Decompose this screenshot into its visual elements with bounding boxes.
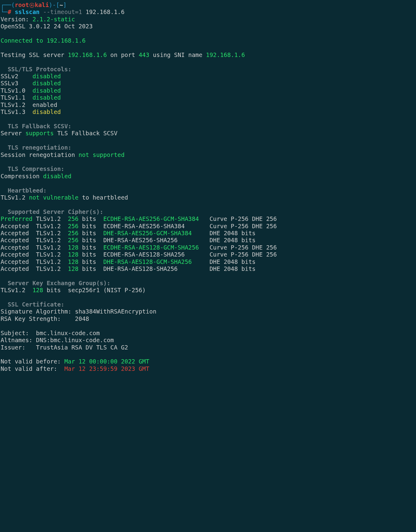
heartbleed-header: Heartbleed: — [1, 187, 47, 194]
compression-header: TLS Compression: — [1, 165, 64, 172]
version-label: Version: — [1, 16, 29, 23]
cert-sig-line: Signature Algorithm: sha384WithRSAEncryp… — [1, 308, 156, 315]
prompt-command-line[interactable]: └─# sslscan --timeout=1 192.168.1.6 — [1, 9, 124, 16]
cert-nva-line: Not valid after: Mar 12 23:59:59 2023 GM… — [1, 365, 149, 372]
prompt-user: root — [15, 2, 29, 9]
prompt-top-line: ┌──(root㉿kali)-[~] — [1, 2, 66, 9]
fallback-header: TLS Fallback SCSV: — [1, 123, 71, 130]
testing-line: Testing SSL server 192.168.1.6 on port 4… — [1, 51, 245, 59]
cert-issuer-line: Issuer: TrustAsia RSA DV TLS CA G2 — [1, 344, 128, 351]
prompt-dir: ~ — [59, 2, 63, 9]
protocols-header: SSL/TLS Protocols: — [1, 66, 71, 73]
cmd-target: 192.168.1.6 — [86, 9, 125, 16]
openssl-line: OpenSSL 3.0.12 24 Oct 2023 — [1, 23, 93, 30]
heartbleed-line: TLSv1.2 not vulnerable to heartbleed — [1, 194, 128, 201]
fallback-line: Server supports TLS Fallback SCSV — [1, 130, 117, 137]
connected-line: Connected to 192.168.1.6 — [1, 37, 86, 44]
prompt-host: kali — [35, 2, 49, 9]
ciphers-header: Supported Server Cipher(s): — [1, 208, 103, 215]
cert-subject-line: Subject: bmc.linux-code.com — [1, 330, 100, 337]
cert-nvb-line: Not valid before: Mar 12 00:00:00 2022 G… — [1, 358, 149, 365]
version-value: 2.1.2-static — [32, 16, 75, 23]
cert-header: SSL Certificate: — [1, 301, 64, 308]
cert-altnames-line: Altnames: DNS:bmc.linux-code.com — [1, 337, 114, 344]
cert-rsa-line: RSA Key Strength: 2048 — [1, 315, 89, 322]
terminal-output: ┌──(root㉿kali)-[~] └─# sslscan --timeout… — [0, 0, 416, 375]
prompt-at-symbol: ㉿ — [29, 2, 35, 9]
protocols-list: SSLv2 disabled SSLv3 disabled TLSv1.0 di… — [1, 73, 61, 115]
compression-line: Compression disabled — [1, 173, 71, 180]
ciphers-list: Preferred TLSv1.2 256 bits ECDHE-RSA-AES… — [1, 215, 277, 272]
kex-header: Server Key Exchange Group(s): — [1, 280, 110, 287]
reneg-header: TLS renegotiation: — [1, 144, 71, 151]
prompt-hash: # — [8, 9, 11, 16]
cmd-opt: --timeout=1 — [43, 9, 82, 16]
cmd-tool: sslscan — [15, 9, 39, 16]
reneg-line: Session renegotiation not supported — [1, 151, 124, 158]
kex-line: TLSv1.2 128 bits secp256r1 (NIST P-256) — [1, 287, 146, 294]
